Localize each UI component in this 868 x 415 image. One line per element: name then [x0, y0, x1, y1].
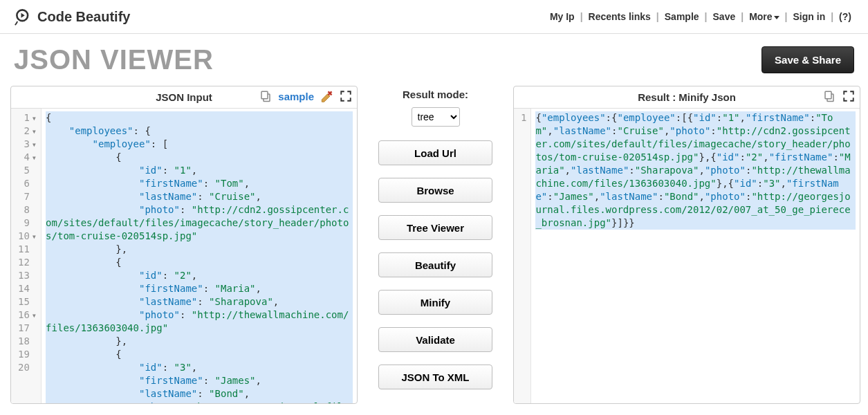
code-area[interactable]: { "employees": { "employee": [ { "id": "…	[41, 109, 357, 403]
nav-sample[interactable]: Sample	[662, 11, 702, 22]
logo-text: Code Beautify	[37, 9, 130, 25]
sample-link[interactable]: sample	[278, 91, 314, 102]
copy-icon[interactable]	[259, 89, 273, 103]
nav-more[interactable]: More	[746, 11, 782, 22]
header: Code Beautify My Ip| Recents links| Samp…	[0, 0, 868, 34]
nav-help[interactable]: (?)	[836, 11, 854, 22]
line-gutter: 1▾2▾3▾4▾5 6 7 8 9 10▾11 12 13 14 15 16▾1…	[11, 109, 41, 403]
load-url-button[interactable]: Load Url	[378, 140, 492, 165]
clear-icon[interactable]	[320, 89, 333, 103]
browse-button[interactable]: Browse	[378, 178, 492, 203]
main: JSON Input sample 1▾2▾3▾4▾5 6 7 8 9 10▾1…	[0, 86, 868, 414]
logo-icon	[14, 7, 33, 26]
fullscreen-icon[interactable]	[339, 89, 353, 103]
chevron-down-icon	[774, 16, 779, 19]
json-to-xml-button[interactable]: JSON To XML	[378, 365, 492, 389]
panel-header-right: Result : Minify Json	[514, 86, 860, 109]
top-nav: My Ip| Recents links| Sample| Save| More…	[547, 11, 854, 22]
save-share-button[interactable]: Save & Share	[761, 46, 854, 73]
result-gutter: 1	[514, 109, 531, 403]
tree-viewer-button[interactable]: Tree Viewer	[378, 215, 492, 240]
logo[interactable]: Code Beautify	[14, 7, 130, 26]
result-mode-label: Result mode:	[377, 86, 494, 107]
result-code-area[interactable]: {"employees":{"employee":[{"id":"1","fir…	[531, 109, 860, 403]
panel-title-left: JSON Input	[156, 91, 212, 103]
fullscreen-result-icon[interactable]	[842, 89, 856, 103]
nav-save[interactable]: Save	[710, 11, 739, 22]
svg-rect-6	[825, 91, 831, 99]
result-panel: Result : Minify Json 1 {"employees":{"em…	[513, 86, 860, 404]
validate-button[interactable]: Validate	[378, 327, 492, 352]
page-title: JSON VIEWER	[14, 44, 214, 75]
nav-sign-in[interactable]: Sign in	[791, 11, 829, 22]
result-editor[interactable]: 1 {"employees":{"employee":[{"id":"1","f…	[514, 109, 860, 403]
copy-result-icon[interactable]	[822, 89, 836, 103]
minify-button[interactable]: Minify	[378, 290, 492, 315]
titlebar: JSON VIEWER Save & Share	[0, 34, 868, 86]
result-mode-select[interactable]: tree	[412, 107, 460, 127]
controls-panel: Result mode: tree Load Url Browse Tree V…	[371, 86, 499, 404]
json-input-panel: JSON Input sample 1▾2▾3▾4▾5 6 7 8 9 10▾1…	[10, 86, 358, 404]
panel-header-left: JSON Input sample	[11, 86, 357, 109]
json-input-editor[interactable]: 1▾2▾3▾4▾5 6 7 8 9 10▾11 12 13 14 15 16▾1…	[11, 109, 357, 403]
nav-my-ip[interactable]: My Ip	[547, 11, 578, 22]
svg-rect-2	[261, 91, 268, 99]
beautify-button[interactable]: Beautify	[378, 252, 492, 277]
minified-json-text: {"employees":{"employee":[{"id":"1","fir…	[535, 111, 856, 230]
panel-title-right: Result : Minify Json	[638, 91, 736, 103]
nav-recents-links[interactable]: Recents links	[586, 11, 654, 22]
